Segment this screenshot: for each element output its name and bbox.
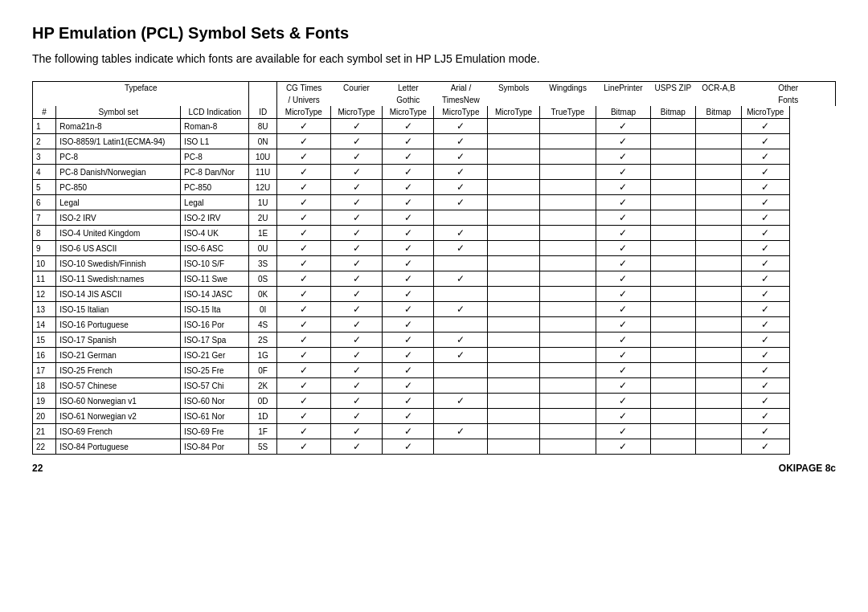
header-row-3: # Symbol set LCD Indication ID MicroType… (33, 106, 836, 119)
brand-name: OKIPAGE 8c (779, 463, 836, 474)
bm2-header: Bitmap (650, 106, 696, 119)
ocrab-header: OCR-A,B (696, 82, 742, 95)
lineprinter-header: LinePrinter (596, 82, 650, 95)
mt2-header: MicroType (330, 106, 382, 119)
other-header: Other (741, 82, 835, 95)
table-row: 20ISO-61 Norwegian v2ISO-61 Nor1D✓✓✓✓✓ (33, 409, 836, 424)
mt1-header: MicroType (276, 106, 330, 119)
typeface-header: Typeface (33, 82, 249, 95)
header-row-1: Typeface CG Times Courier Letter Arial /… (33, 82, 836, 95)
subtitle: The following tables indicate which font… (32, 52, 836, 65)
table-row: 5PC-850PC-85012U✓✓✓✓✓✓ (33, 180, 836, 195)
table-row: 19ISO-60 Norwegian v1ISO-60 Nor0D✓✓✓✓✓✓ (33, 394, 836, 409)
mt6-header: MicroType (741, 106, 789, 119)
hash-header: # (33, 106, 56, 119)
page-number: 22 (32, 463, 43, 474)
table-row: 13ISO-15 ItalianISO-15 Ita0I✓✓✓✓✓✓ (33, 302, 836, 317)
header-row-2: / Univers Gothic TimesNew Fonts (33, 94, 836, 106)
page-title: HP Emulation (PCL) Symbol Sets & Fonts (32, 24, 836, 43)
mt5-header: MicroType (488, 106, 539, 119)
table-row: 14ISO-16 PortugueseISO-16 Por4S✓✓✓✓✓ (33, 317, 836, 333)
table-row: 16ISO-21 GermanISO-21 Ger1G✓✓✓✓✓✓ (33, 348, 836, 363)
fonts-subheader: Fonts (741, 94, 835, 106)
table-row: 11ISO-11 Swedish:namesISO-11 Swe0S✓✓✓✓✓✓ (33, 271, 836, 287)
cg-times-header: CG Times (276, 82, 330, 95)
mt4-header: MicroType (434, 106, 488, 119)
lcd-header: LCD Indication (181, 106, 249, 119)
letter-header: Letter (383, 82, 434, 95)
bm1-header: Bitmap (596, 106, 650, 119)
table-row: 7ISO-2 IRVISO-2 IRV2U✓✓✓✓✓ (33, 210, 836, 226)
uspszip-header: USPS ZIP (650, 82, 696, 95)
table-row: 6LegalLegal1U✓✓✓✓✓✓ (33, 195, 836, 210)
table-row: 22ISO-84 PortugueseISO-84 Por5S✓✓✓✓✓ (33, 439, 836, 455)
timesnew-header: TimesNew (434, 94, 488, 106)
table-row: 21ISO-69 FrenchISO-69 Fre1F✓✓✓✓✓✓ (33, 424, 836, 439)
table-row: 12ISO-14 JIS ASCIIISO-14 JASC0K✓✓✓✓✓ (33, 287, 836, 302)
table-row: 3PC-8PC-810U✓✓✓✓✓✓ (33, 149, 836, 165)
bm3-header: Bitmap (696, 106, 742, 119)
table-row: 1Roma21n-8Roman-88U✓✓✓✓✓✓ (33, 119, 836, 134)
table-row: 4PC-8 Danish/NorwegianPC-8 Dan/Nor11U✓✓✓… (33, 165, 836, 180)
wingdings-header: Wingdings (539, 82, 596, 95)
table-row: 2ISO-8859/1 Latin1(ECMA-94)ISO L10N✓✓✓✓✓… (33, 134, 836, 149)
symbol-set-table: Typeface CG Times Courier Letter Arial /… (32, 81, 836, 455)
symbolset-header: Symbol set (56, 106, 181, 119)
mt3-header: MicroType (383, 106, 434, 119)
arial-header: Arial / (434, 82, 488, 95)
table-row: 18ISO-57 ChineseISO-57 Chi2K✓✓✓✓✓ (33, 378, 836, 394)
table-row: 9ISO-6 US ASCIIISO-6 ASC0U✓✓✓✓✓✓ (33, 241, 836, 256)
symbols-header: Symbols (488, 82, 539, 95)
table-row: 17ISO-25 FrenchISO-25 Fre0F✓✓✓✓✓ (33, 363, 836, 378)
table-row: 10ISO-10 Swedish/FinnishISO-10 S/F3S✓✓✓✓… (33, 256, 836, 271)
footer: 22 OKIPAGE 8c (32, 463, 836, 474)
gothic-header: Gothic (383, 94, 434, 106)
tt-header: TrueType (539, 106, 596, 119)
id-header: ID (249, 106, 276, 119)
courier-header: Courier (330, 82, 382, 95)
table-row: 15ISO-17 SpanishISO-17 Spa2S✓✓✓✓✓✓ (33, 333, 836, 348)
table-row: 8ISO-4 United KingdomISO-4 UK1E✓✓✓✓✓✓ (33, 226, 836, 241)
univers-header: / Univers (276, 94, 330, 106)
